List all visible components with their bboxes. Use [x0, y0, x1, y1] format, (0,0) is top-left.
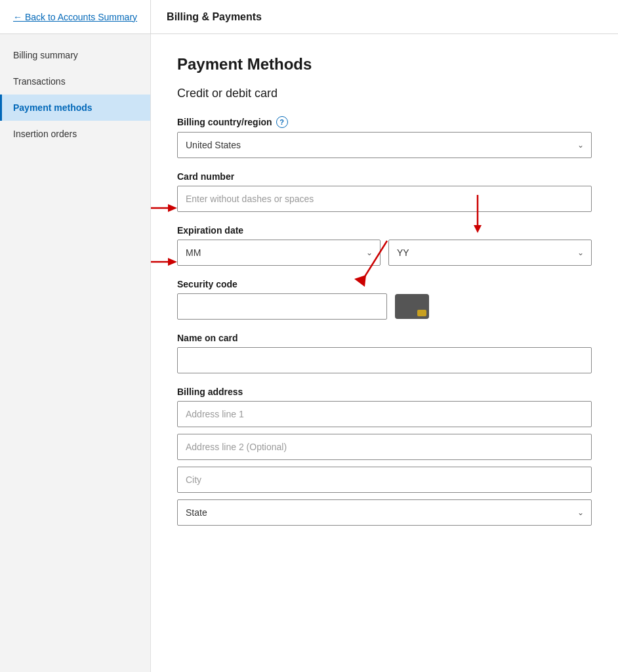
expiry-row: MM 010203 040506 070809 101112 ⌄ YY 2425… — [177, 240, 592, 266]
month-select-wrapper: MM 010203 040506 070809 101112 ⌄ — [177, 240, 381, 266]
svg-marker-3 — [168, 258, 177, 266]
security-code-input[interactable] — [177, 293, 387, 320]
arrow-expiration — [151, 254, 177, 270]
page-title: Payment Methods — [177, 55, 592, 74]
billing-country-label: Billing country/region ? — [177, 116, 592, 128]
card-cvv-icon — [395, 294, 429, 319]
state-select[interactable]: State AlabamaAlaskaArizona CaliforniaCol… — [177, 499, 592, 526]
sidebar-item-billing-summary[interactable]: Billing summary — [0, 42, 150, 68]
billing-country-field: Billing country/region ? United States C… — [177, 116, 592, 158]
billing-address-label: Billing address — [177, 387, 592, 397]
sidebar-item-transactions[interactable]: Transactions — [0, 68, 150, 94]
expiration-date-field: Expiration date MM 010203 040506 070809 — [177, 225, 592, 266]
year-select-wrapper: YY 242526 272829 303132 3334 ⌄ — [388, 240, 592, 266]
billing-address-fields: State AlabamaAlaskaArizona CaliforniaCol… — [177, 401, 592, 526]
city-input[interactable] — [177, 467, 592, 493]
address-line2-input[interactable] — [177, 434, 592, 460]
security-code-field: Security code — [177, 279, 592, 320]
content-area: Payment Methods Credit or debit card Bil… — [151, 34, 618, 672]
header-title: Billing & Payments — [151, 11, 278, 23]
security-code-label: Security code — [177, 279, 592, 289]
billing-address-section: Billing address State AlabamaAlaskaArizo… — [177, 387, 592, 526]
expiration-date-label: Expiration date — [177, 225, 592, 236]
sidebar-item-insertion-orders[interactable]: Insertion orders — [0, 121, 150, 147]
card-number-input[interactable] — [177, 186, 592, 212]
address-line1-input[interactable] — [177, 401, 592, 427]
card-number-label: Card number — [177, 171, 592, 182]
arrow-card-number — [151, 200, 177, 216]
main-layout: Billing summary Transactions Payment met… — [0, 34, 618, 672]
name-on-card-field: Name on card — [177, 333, 592, 373]
name-on-card-input[interactable] — [177, 347, 592, 373]
month-select[interactable]: MM 010203 040506 070809 101112 — [177, 240, 381, 266]
year-select[interactable]: YY 242526 272829 303132 3334 — [388, 240, 592, 266]
header-bar: ← Back to Accounts Summary Billing & Pay… — [0, 0, 618, 34]
security-row — [177, 293, 592, 320]
name-on-card-label: Name on card — [177, 333, 592, 343]
card-chip — [417, 310, 426, 316]
sidebar: Billing summary Transactions Payment met… — [0, 34, 151, 672]
card-number-field: Card number — [177, 171, 592, 212]
section-subtitle: Credit or debit card — [177, 87, 592, 100]
sidebar-item-payment-methods[interactable]: Payment methods — [0, 94, 150, 121]
svg-marker-1 — [168, 204, 177, 212]
billing-country-select-wrapper: United States Canada United Kingdom Aust… — [177, 132, 592, 158]
billing-country-help-icon[interactable]: ? — [276, 116, 288, 128]
state-select-wrapper: State AlabamaAlaskaArizona CaliforniaCol… — [177, 499, 592, 526]
payment-form: Billing country/region ? United States C… — [177, 116, 592, 526]
billing-country-select[interactable]: United States Canada United Kingdom Aust… — [177, 132, 592, 158]
back-to-accounts-link[interactable]: ← Back to Accounts Summary — [0, 0, 151, 33]
security-input-wrapper — [177, 293, 387, 320]
